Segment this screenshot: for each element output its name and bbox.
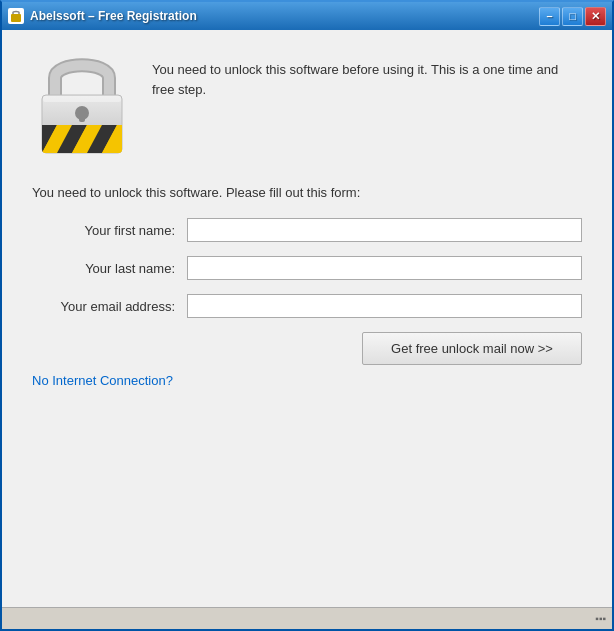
lock-icon-container: [32, 50, 132, 160]
maximize-button[interactable]: □: [562, 7, 583, 26]
last-name-row: Your last name:: [32, 256, 582, 280]
status-bar: ▪▪▪: [2, 607, 612, 629]
last-name-input[interactable]: [187, 256, 582, 280]
email-input[interactable]: [187, 294, 582, 318]
last-name-label: Your last name:: [32, 261, 187, 276]
submit-button[interactable]: Get free unlock mail now >>: [362, 332, 582, 365]
svg-rect-15: [79, 113, 85, 122]
main-window: Abelssoft – Free Registration – □ ✕: [0, 0, 614, 631]
svg-rect-13: [43, 96, 121, 102]
window-content: You need to unlock this software before …: [2, 30, 612, 607]
section-title: You need to unlock this software. Please…: [32, 185, 582, 200]
minimize-button[interactable]: –: [539, 7, 560, 26]
window-title: Abelssoft – Free Registration: [30, 9, 197, 23]
no-internet-link[interactable]: No Internet Connection?: [32, 373, 173, 388]
button-row: Get free unlock mail now >>: [32, 332, 582, 365]
title-buttons: – □ ✕: [539, 7, 606, 26]
intro-text: You need to unlock this software before …: [152, 50, 582, 99]
first-name-label: Your first name:: [32, 223, 187, 238]
lock-icon: [37, 53, 127, 158]
form-section: You need to unlock this software. Please…: [32, 185, 582, 388]
first-name-input[interactable]: [187, 218, 582, 242]
title-bar: Abelssoft – Free Registration – □ ✕: [2, 2, 612, 30]
close-button[interactable]: ✕: [585, 7, 606, 26]
svg-rect-0: [11, 14, 21, 22]
email-label: Your email address:: [32, 299, 187, 314]
first-name-row: Your first name:: [32, 218, 582, 242]
top-section: You need to unlock this software before …: [32, 50, 582, 160]
email-row: Your email address:: [32, 294, 582, 318]
title-bar-left: Abelssoft – Free Registration: [8, 8, 197, 24]
app-icon: [8, 8, 24, 24]
status-icon: ▪▪▪: [595, 613, 606, 624]
